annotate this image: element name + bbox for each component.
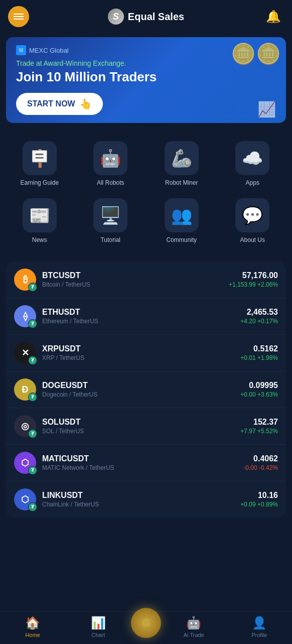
menu-button[interactable] xyxy=(8,6,29,27)
crypto-info-dogeusdt: DOGEUSDT Dogecoin / TetherUS xyxy=(42,381,240,398)
crypto-price-col: 0.5162 +0.01 +1.98% xyxy=(240,344,278,361)
crypto-icon-ethusdt: ⟠ ₮ xyxy=(14,305,36,327)
crypto-item-ethusdt[interactable]: ⟠ ₮ ETHUSDT Ethereum / TetherUS 2,465.53… xyxy=(6,298,286,335)
crypto-pair: XRP / TetherUS xyxy=(42,354,240,361)
tether-badge: ₮ xyxy=(28,356,37,365)
crypto-info-linkusdt: LINKUSDT ChainLink / TetherUS xyxy=(42,491,240,508)
nav-profile[interactable]: 👤 Profile xyxy=(227,616,293,638)
crypto-price-col: 152.37 +7.97 +5.52% xyxy=(240,418,278,435)
crypto-price-col: 2,465.53 +4.20 +0.17% xyxy=(240,308,278,325)
crypto-pair: Ethereum / TetherUS xyxy=(42,318,240,325)
ai-trade-icon: 🤖 xyxy=(186,616,201,630)
crypto-item-linkusdt[interactable]: ⬡ ₮ LINKUSDT ChainLink / TetherUS 10.16 … xyxy=(6,481,286,518)
menu-item-earning-guide[interactable]: 🪧 Earning Guide xyxy=(4,135,75,192)
app-title: Equal Sales xyxy=(128,11,184,23)
app-logo: S Equal Sales xyxy=(108,9,184,25)
crypto-change: +1,153.99 +2.06% xyxy=(229,281,278,288)
nav-chart-label: Chart xyxy=(91,632,105,638)
tether-badge: ₮ xyxy=(28,466,37,475)
banner-brand-name: MEXC Global xyxy=(29,47,69,54)
crypto-symbol: LINKUSDT xyxy=(42,491,240,500)
tether-badge: ₮ xyxy=(28,502,37,511)
crypto-pair: SOL / TetherUS xyxy=(42,428,240,435)
menu-item-robot-miner[interactable]: 🦾 Robot Miner xyxy=(146,135,217,192)
crypto-price: 57,176.00 xyxy=(229,271,278,280)
menu-icon-tutorial: 🖥️ xyxy=(93,198,127,232)
header: S Equal Sales 🔔 xyxy=(0,0,292,33)
menu-icon-apps: ☁️ xyxy=(235,141,269,175)
crypto-change: +0.01 +1.98% xyxy=(240,354,278,361)
menu-icon-news: 📰 xyxy=(23,198,57,232)
menu-icon-earning-guide: 🪧 xyxy=(23,141,57,175)
crypto-price-col: 10.16 +0.09 +0.89% xyxy=(240,491,278,508)
menu-label-earning-guide: Earning Guide xyxy=(20,179,59,186)
nav-chart[interactable]: 📊 Chart xyxy=(66,616,131,638)
crypto-price: 0.4062 xyxy=(243,454,278,463)
feature-menu-grid: 🪧 Earning Guide 🤖 All Robots 🦾 Robot Min… xyxy=(0,127,292,257)
nav-home-label: Home xyxy=(26,632,40,638)
bottom-navigation: 🏠 Home 📊 Chart G 🤖 Ai Trade 👤 Profile xyxy=(0,611,292,644)
menu-item-tutorial[interactable]: 🖥️ Tutorial xyxy=(75,192,147,249)
crypto-info-btcusdt: BTCUSDT Bitcoin / TetherUS xyxy=(42,271,229,288)
crypto-item-btcusdt[interactable]: ₿ ₮ BTCUSDT Bitcoin / TetherUS 57,176.00… xyxy=(6,262,286,298)
crypto-symbol: SOLUSDT xyxy=(42,418,240,427)
home-icon: 🏠 xyxy=(25,616,40,630)
tether-badge: ₮ xyxy=(28,283,37,292)
menu-item-community[interactable]: 👥 Community xyxy=(146,192,217,249)
crypto-price: 152.37 xyxy=(240,418,278,427)
banner-title: Join 10 Million Traders xyxy=(16,69,276,85)
menu-icon-about-us: 💬 xyxy=(235,198,269,232)
crypto-item-solusdt[interactable]: ◎ ₮ SOLUSDT SOL / TetherUS 152.37 +7.97 … xyxy=(6,408,286,445)
crypto-symbol: ETHUSDT xyxy=(42,308,240,317)
menu-item-apps[interactable]: ☁️ Apps xyxy=(217,135,288,192)
crypto-icon-dogeusdt: Ð ₮ xyxy=(14,378,36,401)
nav-center-button[interactable]: G xyxy=(131,608,161,638)
crypto-pair: Bitcoin / TetherUS xyxy=(42,281,229,288)
notification-bell[interactable]: 🔔 xyxy=(263,6,284,27)
tether-badge: ₮ xyxy=(28,393,37,402)
crypto-icon-btcusdt: ₿ ₮ xyxy=(14,269,36,291)
crypto-info-solusdt: SOLUSDT SOL / TetherUS xyxy=(42,418,240,435)
menu-item-all-robots[interactable]: 🤖 All Robots xyxy=(75,135,147,192)
crypto-price: 0.5162 xyxy=(240,344,278,353)
crypto-icon-solusdt: ◎ ₮ xyxy=(14,415,36,437)
crypto-price: 2,465.53 xyxy=(240,308,278,317)
crypto-change: +0.09 +0.89% xyxy=(240,501,278,508)
crypto-price: 10.16 xyxy=(240,491,278,500)
logo-icon: S xyxy=(108,9,124,25)
nav-ai-trade[interactable]: 🤖 Ai Trade xyxy=(161,616,227,638)
crypto-list: ₿ ₮ BTCUSDT Bitcoin / TetherUS 57,176.00… xyxy=(6,262,286,518)
crypto-change: +7.97 +5.52% xyxy=(240,428,278,435)
menu-label-news: News xyxy=(32,236,47,243)
crypto-info-xrpusdt: XRPUSDT XRP / TetherUS xyxy=(42,344,240,361)
crypto-item-dogeusdt[interactable]: Ð ₮ DOGEUSDT Dogecoin / TetherUS 0.09995… xyxy=(6,371,286,408)
g-logo-icon: G xyxy=(141,616,150,629)
crypto-icon-xrpusdt: ✕ ₮ xyxy=(14,342,36,364)
crypto-info-ethusdt: ETHUSDT Ethereum / TetherUS xyxy=(42,308,240,325)
menu-icon-all-robots: 🤖 xyxy=(93,141,127,175)
nav-ai-trade-label: Ai Trade xyxy=(184,632,204,638)
chart-icon: 📊 xyxy=(91,616,106,630)
crypto-icon-linkusdt: ⬡ ₮ xyxy=(14,488,36,510)
menu-icon-robot-miner: 🦾 xyxy=(165,141,199,175)
banner-cta-label: START NOW xyxy=(27,99,75,108)
crypto-item-xrpusdt[interactable]: ✕ ₮ XRPUSDT XRP / TetherUS 0.5162 +0.01 … xyxy=(6,335,286,371)
banner-cta-button[interactable]: START NOW 👆 xyxy=(16,93,103,115)
crypto-item-maticusdt[interactable]: ⬡ ₮ MATICUSDT MATIC Network / TetherUS 0… xyxy=(6,445,286,481)
menu-item-news[interactable]: 📰 News xyxy=(4,192,75,249)
crypto-price: 0.09995 xyxy=(240,381,278,390)
menu-label-community: Community xyxy=(166,236,197,243)
crypto-price-col: 57,176.00 +1,153.99 +2.06% xyxy=(229,271,278,288)
nav-home[interactable]: 🏠 Home xyxy=(0,616,66,638)
mexc-logo-icon: M xyxy=(16,45,26,55)
menu-item-about-us[interactable]: 💬 About Us xyxy=(217,192,288,249)
banner-decoration-chart: 📈 xyxy=(257,100,276,118)
promo-banner: M MEXC Global Trade at Award-Winning Exc… xyxy=(6,37,286,123)
menu-label-all-robots: All Robots xyxy=(97,179,124,186)
crypto-pair: MATIC Network / TetherUS xyxy=(42,464,243,471)
crypto-price-col: 0.09995 +0.00 +3.63% xyxy=(240,381,278,398)
crypto-symbol: DOGEUSDT xyxy=(42,381,240,390)
hand-icon: 👆 xyxy=(79,98,92,110)
banner-decoration-coins: 🪙🪙 xyxy=(231,42,281,66)
crypto-change: -0.00 -0.42% xyxy=(243,464,278,471)
